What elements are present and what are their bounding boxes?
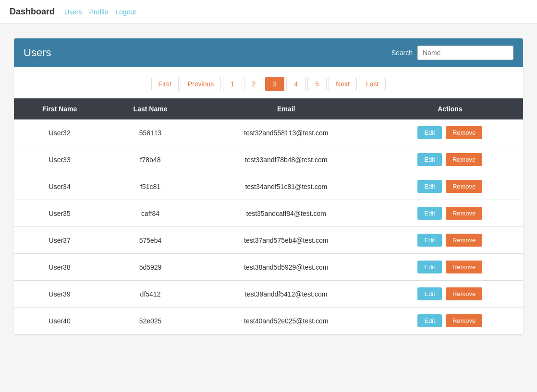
cell-last-name: f51c81 <box>105 173 195 200</box>
table-header: First NameLast NameEmailActions <box>14 98 523 119</box>
cell-actions: EditRemove <box>377 254 523 281</box>
remove-button[interactable]: Remove <box>446 180 482 193</box>
cell-first-name: User32 <box>14 119 105 146</box>
panel-heading: Users Search <box>14 38 523 67</box>
remove-button[interactable]: Remove <box>446 234 482 247</box>
col-first-name: First Name <box>14 98 105 119</box>
cell-last-name: f78b48 <box>105 146 195 173</box>
cell-first-name: User37 <box>14 227 105 254</box>
actions-buttons: EditRemove <box>385 261 515 273</box>
cell-first-name: User34 <box>14 173 105 200</box>
cell-last-name: 5d5929 <box>105 254 195 281</box>
remove-button[interactable]: Remove <box>446 153 482 166</box>
page-btn-3[interactable]: 3 <box>265 77 284 91</box>
actions-buttons: EditRemove <box>385 314 515 327</box>
table-body: User32558113test32and558113@test.comEdit… <box>14 119 523 334</box>
navbar-brand[interactable]: Dashboard <box>10 7 55 17</box>
cell-actions: EditRemove <box>377 173 523 200</box>
edit-button[interactable]: Edit <box>417 207 441 220</box>
cell-last-name: 575eb4 <box>105 227 195 254</box>
col-actions: Actions <box>377 98 523 119</box>
actions-buttons: EditRemove <box>385 287 515 300</box>
cell-email: test34andf51c81@test.com <box>195 173 377 200</box>
table-row: User39df5412test39anddf5412@test.comEdit… <box>14 281 523 308</box>
cell-first-name: User40 <box>14 308 105 334</box>
pagination: FirstPrevious12345NextLast <box>14 67 523 98</box>
navbar-link-logout[interactable]: Logout <box>115 8 136 16</box>
navbar: Dashboard UsersProfileLogout <box>0 0 537 24</box>
edit-button[interactable]: Edit <box>417 287 441 300</box>
actions-buttons: EditRemove <box>385 207 515 220</box>
edit-button[interactable]: Edit <box>417 261 441 273</box>
actions-buttons: EditRemove <box>385 153 515 166</box>
actions-buttons: EditRemove <box>385 126 515 139</box>
remove-button[interactable]: Remove <box>446 287 482 300</box>
edit-button[interactable]: Edit <box>417 153 441 166</box>
edit-button[interactable]: Edit <box>417 314 441 327</box>
actions-buttons: EditRemove <box>385 234 515 247</box>
page-btn-5[interactable]: 5 <box>307 77 327 91</box>
cell-actions: EditRemove <box>377 200 523 227</box>
cell-actions: EditRemove <box>377 308 523 334</box>
table-row: User35caff84test35andcaff84@test.comEdit… <box>14 200 523 227</box>
edit-button[interactable]: Edit <box>417 180 441 193</box>
users-panel: Users Search FirstPrevious12345NextLast … <box>14 38 523 334</box>
cell-actions: EditRemove <box>377 119 523 146</box>
cell-email: test35andcaff84@test.com <box>195 200 377 227</box>
search-container: Search <box>391 46 513 60</box>
cell-last-name: 52e025 <box>105 308 195 334</box>
table-row: User34f51c81test34andf51c81@test.comEdit… <box>14 173 523 200</box>
search-input[interactable] <box>417 46 513 60</box>
cell-email: test32and558113@test.com <box>195 119 377 146</box>
cell-first-name: User35 <box>14 200 105 227</box>
page-btn-last[interactable]: Last <box>359 77 386 91</box>
cell-last-name: df5412 <box>105 281 195 308</box>
remove-button[interactable]: Remove <box>446 126 482 139</box>
table-row: User33f78b48test33andf78b48@test.comEdit… <box>14 146 523 173</box>
page-btn-4[interactable]: 4 <box>286 77 305 91</box>
page-btn-first[interactable]: First <box>151 77 179 91</box>
page-btn-1[interactable]: 1 <box>223 77 242 91</box>
remove-button[interactable]: Remove <box>446 261 482 273</box>
table-container: First NameLast NameEmailActions User3255… <box>14 98 523 334</box>
search-label: Search <box>391 49 413 57</box>
cell-first-name: User33 <box>14 146 105 173</box>
table-row: User32558113test32and558113@test.comEdit… <box>14 119 523 146</box>
table-row: User37575eb4test37and575eb4@test.comEdit… <box>14 227 523 254</box>
cell-last-name: 558113 <box>105 119 195 146</box>
edit-button[interactable]: Edit <box>417 234 441 247</box>
users-table: First NameLast NameEmailActions User3255… <box>14 98 523 334</box>
edit-button[interactable]: Edit <box>417 126 441 139</box>
cell-first-name: User39 <box>14 281 105 308</box>
navbar-link-users[interactable]: Users <box>64 8 82 16</box>
cell-email: test38and5d5929@test.com <box>195 254 377 281</box>
main-container: Users Search FirstPrevious12345NextLast … <box>7 38 530 334</box>
table-row: User4052e025test40and52e025@test.comEdit… <box>14 308 523 334</box>
table-row: User385d5929test38and5d5929@test.comEdit… <box>14 254 523 281</box>
cell-email: test33andf78b48@test.com <box>195 146 377 173</box>
panel-title: Users <box>24 47 51 59</box>
page-btn-previous[interactable]: Previous <box>181 77 221 91</box>
remove-button[interactable]: Remove <box>446 207 482 220</box>
cell-last-name: caff84 <box>105 200 195 227</box>
navbar-links: UsersProfileLogout <box>64 8 136 16</box>
page-btn-2[interactable]: 2 <box>244 77 263 91</box>
cell-first-name: User38 <box>14 254 105 281</box>
navbar-link-profile[interactable]: Profile <box>89 8 109 16</box>
page-btn-next[interactable]: Next <box>329 77 357 91</box>
cell-actions: EditRemove <box>377 227 523 254</box>
cell-email: test37and575eb4@test.com <box>195 227 377 254</box>
col-email: Email <box>195 98 377 119</box>
cell-email: test40and52e025@test.com <box>195 308 377 334</box>
cell-email: test39anddf5412@test.com <box>195 281 377 308</box>
cell-actions: EditRemove <box>377 146 523 173</box>
cell-actions: EditRemove <box>377 281 523 308</box>
remove-button[interactable]: Remove <box>446 314 482 327</box>
col-last-name: Last Name <box>105 98 195 119</box>
actions-buttons: EditRemove <box>385 180 515 193</box>
